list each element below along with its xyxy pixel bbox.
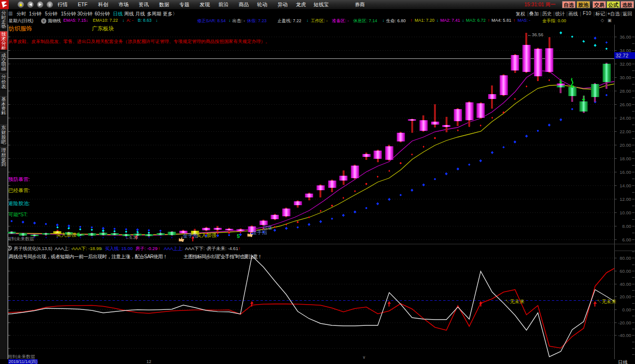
svg-text:已经暴雷:: 已经暴雷:	[8, 187, 30, 193]
svg-text:36.00: 36.00	[620, 34, 631, 40]
svg-text:启涨: 启涨	[262, 225, 272, 230]
svg-text:22.00: 22.00	[620, 129, 631, 134]
svg-text:-20.00: -20.00	[618, 320, 631, 325]
svg-text:用到未来数据: 用到未来数据	[8, 354, 35, 359]
svg-text:AAA上上: -: AAA上上: -	[164, 246, 186, 251]
svg-text:60.00: 60.00	[620, 268, 631, 274]
svg-text:12.00: 12.00	[620, 196, 631, 202]
svg-text:40.00: 40.00	[620, 281, 631, 287]
svg-text:←36.56: ←36.56	[527, 32, 543, 37]
svg-text:买入线: 15.00: 买入线: 15.00	[105, 246, 133, 251]
svg-text:18.00: 18.00	[620, 156, 631, 161]
svg-text:↓: ↓	[101, 246, 103, 251]
svg-text:↖无未来: ↖无未来	[597, 299, 616, 304]
svg-text:两线信号同步出现，或者短期内一前一后出现时，注意上涨，配合S: 两线信号同步出现，或者短期内一前一后出现时，注意上涨，配合SAR使用！	[9, 254, 168, 259]
svg-text:26.00: 26.00	[620, 102, 631, 107]
svg-text:0.00: 0.00	[622, 307, 632, 312]
svg-text:避险股池:: 避险股池:	[8, 200, 30, 206]
svg-text:AAA上: -: AAA上: -	[55, 246, 72, 251]
svg-text:买入加强: 买入加强	[196, 232, 217, 238]
svg-text:可能*ST:: 可能*ST:	[8, 211, 28, 217]
svg-text:20.00: 20.00	[620, 294, 631, 299]
svg-text:主图指标同步出现"全手指"时也要注意！: 主图指标同步出现"全手指"时也要注意！	[183, 254, 262, 259]
svg-text:32.72: 32.72	[616, 53, 628, 58]
svg-text:10.00: 10.00	[620, 210, 631, 215]
svg-text:28.00: 28.00	[620, 88, 631, 94]
svg-text:房子未来: -4.61: 房子未来: -4.61	[207, 246, 238, 251]
svg-text:买入加强: 买入加强	[56, 232, 77, 238]
svg-text:预防暴雷:: 预防暴雷:	[8, 176, 30, 182]
svg-text:↑: ↑	[158, 246, 160, 251]
svg-text:6.00: 6.00	[622, 237, 632, 242]
svg-text:广东板块: 广东板块	[92, 26, 114, 31]
svg-text:AAA下: -18.99: AAA下: -18.99	[72, 246, 101, 251]
svg-text:14.00: 14.00	[620, 183, 631, 188]
svg-text:AAA下下: -: AAA下下: -	[185, 246, 207, 251]
svg-text:5: 5	[237, 233, 240, 239]
svg-text:房子线优化(6,13,5): 房子线优化(6,13,5)	[14, 246, 52, 251]
svg-text:30.00: 30.00	[620, 75, 631, 80]
svg-text:-40.00: -40.00	[618, 333, 631, 338]
svg-text:16.00: 16.00	[620, 169, 631, 175]
svg-text:80.00: 80.00	[620, 255, 631, 261]
svg-text:8.00: 8.00	[622, 224, 632, 229]
svg-text:用到未来数据: 用到未来数据	[7, 236, 34, 241]
svg-text:32.00: 32.00	[620, 61, 631, 67]
svg-text:金手指: 金手指	[183, 233, 198, 238]
svg-text:房子: -0.29: 房子: -0.29	[135, 246, 158, 251]
svg-text:纺织服饰: 纺织服饰	[8, 25, 32, 32]
svg-text:←6.36: ←6.36	[125, 235, 138, 240]
svg-text:5: 5	[77, 232, 80, 238]
svg-text:24.00: 24.00	[620, 115, 631, 121]
svg-text:↖无未来: ↖无未来	[505, 299, 524, 304]
svg-text:↑: ↑	[238, 246, 241, 251]
svg-text:从事皮鞋、皮革制品批发、零售、进出口及相关配套业务（涉及配额: 从事皮鞋、皮革制品批发、零售、进出口及相关配套业务（涉及配额许可证管理、专项规定…	[8, 39, 270, 44]
svg-text:20.00: 20.00	[620, 142, 631, 148]
